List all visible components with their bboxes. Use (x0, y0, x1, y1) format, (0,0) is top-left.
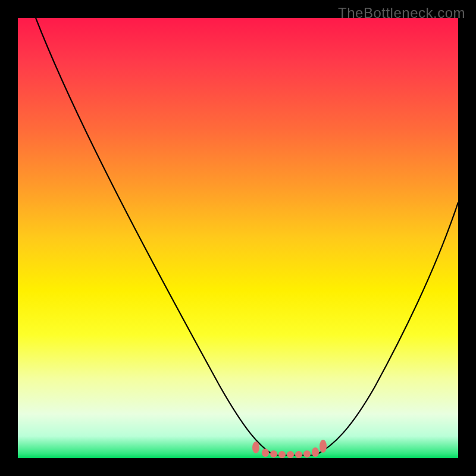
bottom-markers (252, 440, 327, 458)
chart-plot-area (18, 18, 458, 458)
watermark-text: TheBottleneck.com (338, 5, 465, 21)
left-curve (36, 18, 274, 455)
svg-point-1 (262, 449, 269, 457)
right-curve (315, 202, 458, 455)
curve-layer (18, 18, 458, 458)
svg-point-6 (303, 450, 311, 458)
svg-point-2 (270, 450, 277, 458)
svg-point-8 (320, 440, 327, 453)
svg-point-4 (287, 451, 294, 458)
svg-point-0 (252, 441, 259, 453)
svg-point-7 (312, 447, 319, 457)
svg-point-5 (295, 451, 302, 458)
svg-point-3 (278, 451, 286, 458)
